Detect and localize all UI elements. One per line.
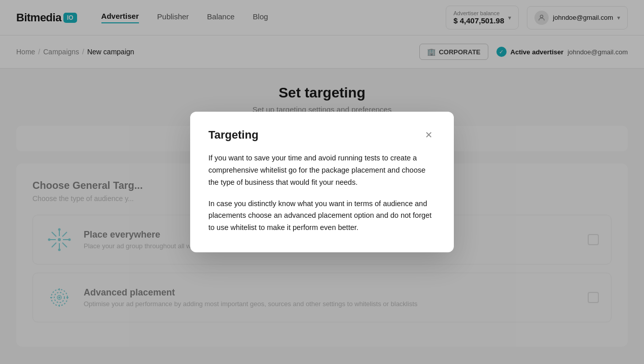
modal-paragraph-1: If you want to save your time and avoid … [208,152,436,189]
modal-body: If you want to save your time and avoid … [208,152,436,235]
modal-header: Targeting ✕ [208,128,436,142]
modal-close-button[interactable]: ✕ [421,128,436,142]
modal-overlay: Targeting ✕ If you want to save your tim… [0,0,644,364]
modal-title: Targeting [208,128,259,142]
close-icon: ✕ [425,129,433,141]
modal-paragraph-2: In case you distinctly know what you wan… [208,198,436,235]
targeting-modal: Targeting ✕ If you want to save your tim… [190,112,454,253]
